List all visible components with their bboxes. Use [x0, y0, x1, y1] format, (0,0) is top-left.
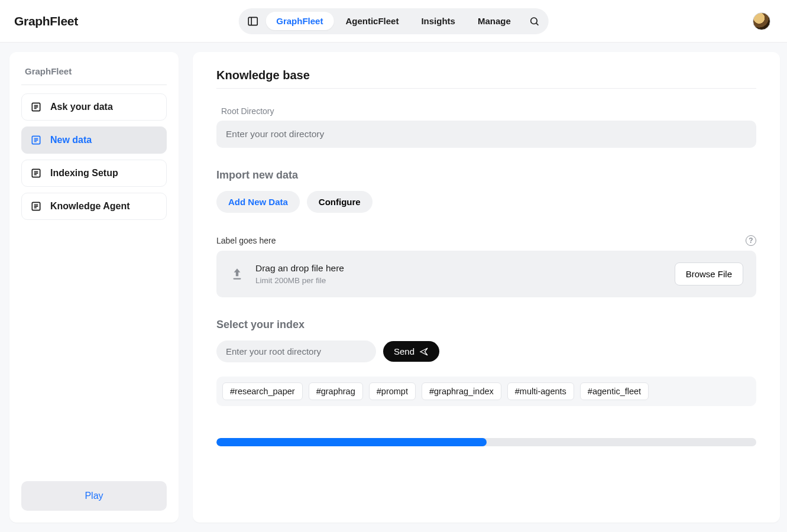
file-dropzone[interactable]: Drag an drop file here Limit 200MB per f… — [216, 251, 756, 297]
sidebar-title: GraphFleet — [21, 64, 167, 85]
document-lines-icon — [30, 200, 42, 212]
tag-chip[interactable]: #multi-agents — [507, 382, 574, 400]
sidebar: GraphFleet Ask your data New data Indexi… — [9, 52, 179, 523]
document-lines-icon — [30, 167, 42, 179]
sidebar-item-label: Indexing Setup — [50, 168, 118, 179]
main-panel: Knowledge base Root Directory Import new… — [193, 52, 780, 523]
progress-bar — [216, 438, 487, 446]
index-row: Send — [216, 340, 756, 362]
tag-chip[interactable]: #prompt — [369, 382, 416, 400]
svg-rect-0 — [248, 17, 257, 25]
top-bar: GraphFleet GraphFleet AgenticFleet Insig… — [0, 0, 787, 43]
sidebar-item-indexing-setup[interactable]: Indexing Setup — [21, 160, 167, 187]
nav-tab-agenticfleet[interactable]: AgenticFleet — [335, 12, 409, 30]
sidebar-item-ask-your-data[interactable]: Ask your data — [21, 93, 167, 121]
send-button[interactable]: Send — [383, 341, 439, 362]
dropzone-subtitle: Limit 200MB per file — [255, 276, 344, 285]
help-icon[interactable]: ? — [746, 235, 756, 246]
sidebar-item-label: Knowledge Agent — [50, 201, 130, 212]
sidebar-toggle-button[interactable] — [241, 11, 264, 32]
sidebar-item-new-data[interactable]: New data — [21, 126, 167, 154]
nav-tab-insights[interactable]: Insights — [410, 12, 466, 30]
file-section-label: Label goes here — [216, 236, 276, 245]
dropzone-title: Drag an drop file here — [255, 263, 344, 274]
send-button-label: Send — [394, 346, 414, 356]
import-heading: Import new data — [216, 169, 756, 181]
browse-file-button[interactable]: Browse File — [675, 262, 743, 286]
import-actions: Add New Data Configure — [216, 191, 756, 213]
root-directory-input[interactable] — [216, 121, 756, 148]
svg-point-2 — [531, 18, 537, 24]
tag-chip[interactable]: #graphrag_index — [422, 382, 501, 400]
workspace: GraphFleet Ask your data New data Indexi… — [0, 43, 787, 532]
svg-rect-20 — [234, 278, 241, 279]
sidebar-item-label: New data — [50, 135, 92, 145]
tag-chip[interactable]: #research_paper — [222, 382, 303, 400]
brand-logo: GraphFleet — [14, 14, 78, 28]
nav-tab-graphfleet[interactable]: GraphFleet — [265, 12, 333, 30]
index-input[interactable] — [216, 340, 376, 362]
root-directory-label: Root Directory — [221, 106, 756, 116]
panel-left-icon — [247, 15, 258, 27]
sidebar-item-knowledge-agent[interactable]: Knowledge Agent — [21, 193, 167, 220]
upload-icon — [229, 267, 245, 282]
play-button[interactable]: Play — [21, 481, 167, 511]
svg-line-3 — [536, 23, 538, 25]
top-nav: GraphFleet AgenticFleet Insights Manage — [238, 8, 549, 34]
dropzone-text: Drag an drop file here Limit 200MB per f… — [255, 263, 344, 285]
select-index-heading: Select your index — [216, 319, 756, 331]
add-new-data-button[interactable]: Add New Data — [216, 191, 300, 213]
document-lines-icon — [30, 134, 42, 146]
document-lines-icon — [30, 101, 42, 113]
tag-chip[interactable]: #graphrag — [309, 382, 363, 400]
progress-track — [216, 438, 756, 446]
search-button[interactable] — [523, 11, 546, 32]
configure-button[interactable]: Configure — [307, 191, 373, 213]
send-icon — [419, 347, 429, 356]
nav-tab-manage[interactable]: Manage — [467, 12, 522, 30]
page-title: Knowledge base — [216, 69, 756, 89]
tag-list: #research_paper #graphrag #prompt #graph… — [216, 377, 756, 406]
search-icon — [529, 16, 540, 27]
user-avatar[interactable] — [753, 12, 770, 30]
tag-chip[interactable]: #agentic_fleet — [580, 382, 649, 400]
file-section-header: Label goes here ? — [216, 235, 756, 246]
sidebar-item-label: Ask your data — [50, 102, 113, 112]
